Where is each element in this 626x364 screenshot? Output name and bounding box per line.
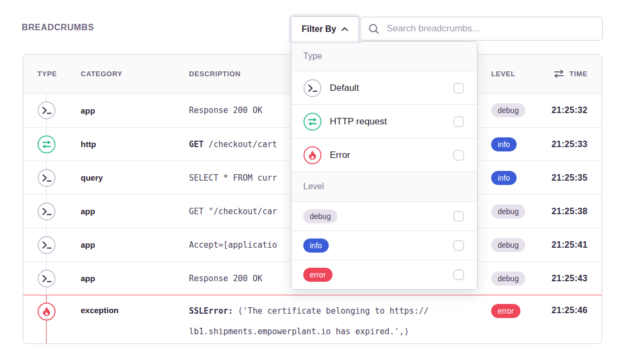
checkbox[interactable] [453,83,464,94]
time-cell: 21:25:43 [542,274,602,283]
http-icon [37,135,56,154]
chevron-up-icon [341,27,348,31]
level-badge: info [491,137,517,151]
level-badge: info [303,239,329,253]
flame-icon [303,146,322,164]
filter-option[interactable]: debug [291,202,477,231]
time-cell: 21:25:38 [542,207,602,216]
filter-option-label: Default [330,83,392,94]
level-badge: error [303,268,332,282]
time-cell: 21:25:35 [542,173,602,183]
checkbox[interactable] [453,211,464,222]
filter-option[interactable]: info [291,231,477,260]
category-cell: http [70,140,178,149]
filter-option[interactable]: error [291,260,477,289]
filter-by-button[interactable]: Filter By [291,16,359,41]
terminal-icon [303,79,322,97]
filter-dropdown: Type Default HTTP request Error Level de… [291,41,478,290]
category-cell: app [70,207,178,216]
level-badge: info [491,171,517,185]
checkbox[interactable] [453,269,464,280]
category-cell: app [70,106,178,115]
checkbox[interactable] [453,240,464,251]
column-header-type: TYPE [23,70,70,78]
level-badge: debug [491,103,525,117]
filter-section-header: Level [291,172,477,202]
column-header-category: CATEGORY [70,70,178,78]
level-badge: debug [491,272,525,286]
category-cell: app [70,240,178,249]
category-cell: app [70,274,178,283]
page-title: BREADCRUMBS [22,23,94,32]
sort-swap-arrows-icon [553,70,565,78]
level-badge: debug [491,238,525,252]
filter-section-header: Type [291,42,477,71]
terminal-icon [37,269,56,288]
level-badge: debug [491,204,525,219]
http-icon [303,112,322,131]
search-icon [368,23,380,35]
filter-option[interactable]: Default [291,71,477,105]
time-cell: 21:25:33 [542,140,602,149]
table-row: exception SSLError: ('The certificate be… [23,295,602,343]
time-cell: 21:25:32 [542,105,602,115]
time-cell: 21:25:41 [542,240,602,250]
flame-icon [37,302,56,321]
terminal-icon [37,169,56,187]
column-header-level: LEVEL [477,70,542,78]
filter-by-label: Filter By [302,24,336,34]
filter-option-label: HTTP request [330,116,392,127]
search-box [360,17,603,41]
description-cell: SSLError: ('The certificate belonging to… [178,295,477,342]
search-input[interactable] [386,23,595,35]
checkbox[interactable] [453,116,464,127]
time-cell: 21:25:46 [542,295,602,315]
level-badge: debug [303,209,337,223]
terminal-icon [37,202,56,221]
filter-option[interactable]: HTTP request [291,105,477,138]
filter-option-label: Error [330,150,392,161]
category-cell: exception [70,295,178,315]
level-badge: error [491,304,520,318]
category-cell: query [70,173,178,182]
terminal-icon [37,101,56,120]
terminal-icon [37,236,56,254]
filter-option[interactable]: Error [291,138,477,172]
time-sort-header[interactable]: TIME [542,70,602,78]
column-header-time: TIME [570,70,588,78]
checkbox[interactable] [453,150,464,161]
